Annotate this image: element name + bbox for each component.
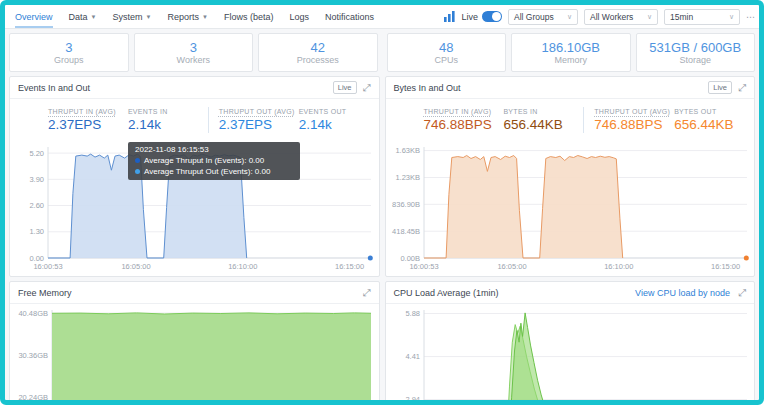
panels-row-2: Free Memory ⤢ 40.48GB30.36GB20.24GB CPU …	[5, 281, 759, 400]
svg-text:40.48GB: 40.48GB	[18, 309, 48, 318]
metric-label[interactable]: THRUPUT IN (AVG)	[424, 107, 504, 116]
svg-text:1.63KB: 1.63KB	[395, 146, 420, 155]
metric-value: 746.88BPS	[424, 116, 504, 133]
nav-tab-data[interactable]: Data ▼	[69, 5, 97, 28]
svg-text:836.90B: 836.90B	[392, 200, 420, 209]
svg-text:3.90: 3.90	[29, 175, 44, 184]
stat-card-processes[interactable]: 42 Processes	[258, 33, 378, 72]
metric-bytes-in: BYTES IN 656.44KB	[503, 107, 583, 133]
metric-value: 2.37EPS	[219, 116, 299, 133]
metric-label: BYTES IN	[503, 107, 583, 116]
metrics-divider	[583, 107, 584, 133]
free-memory-panel: Free Memory ⤢ 40.48GB30.36GB20.24GB	[9, 281, 380, 400]
more-options-icon[interactable]: ⋯	[746, 12, 755, 22]
bytes-metrics: THRUPUT IN (AVG) 746.88BPS BYTES IN 656.…	[386, 99, 755, 141]
metric-label[interactable]: THRUPUT IN (AVG)	[48, 107, 128, 116]
nav-tab-logs[interactable]: Logs	[289, 5, 309, 28]
svg-text:418.45B: 418.45B	[392, 227, 420, 236]
nav-label: Data	[69, 12, 88, 22]
bytes-chart-wrap: 1.63KB1.23KB836.90B418.45B0.00B16:00:531…	[386, 141, 755, 272]
events-live-button[interactable]: Live	[333, 81, 357, 94]
stat-label: Storage	[679, 55, 711, 66]
chevron-down-icon: ▼	[146, 14, 152, 20]
stat-value: 186.10GB	[541, 40, 600, 55]
svg-text:30.36GB: 30.36GB	[18, 351, 48, 360]
live-toggle-group: Live	[461, 11, 502, 22]
svg-text:5.20: 5.20	[29, 149, 44, 158]
stat-value: 531GB / 600GB	[649, 40, 741, 55]
live-toggle[interactable]	[482, 11, 502, 22]
svg-text:5.88: 5.88	[405, 309, 420, 318]
view-cpu-load-link[interactable]: View CPU load by node	[635, 288, 730, 298]
metric-events-in: EVENTS IN 2.14k	[128, 107, 208, 133]
nav-tab-notifications[interactable]: Notifications	[325, 5, 374, 28]
tooltip-timestamp: 2022-11-08 16:15:53	[135, 145, 293, 154]
stat-value: 3	[190, 40, 197, 55]
metric-value: 2.37EPS	[48, 116, 128, 133]
metrics-divider	[208, 107, 209, 133]
nav-label: System	[112, 12, 142, 22]
metric-value: 746.88BPS	[594, 116, 674, 133]
cpu-load-panel-header: CPU Load Average (1min) View CPU load by…	[386, 282, 755, 304]
panel-title: CPU Load Average (1min)	[394, 288, 499, 298]
svg-text:16:10:00: 16:10:00	[604, 262, 633, 271]
stats-row: 3 Groups 3 Workers 42 Processes 48 CPUs …	[5, 29, 759, 76]
nav-tab-system[interactable]: System ▼	[112, 5, 151, 28]
svg-text:16:00:53: 16:00:53	[33, 262, 62, 271]
metric-value: 2.14k	[128, 116, 208, 133]
events-metrics: THRUPUT IN (AVG) 2.37EPS EVENTS IN 2.14k…	[10, 99, 379, 141]
stat-card-storage[interactable]: 531GB / 600GB Storage	[636, 33, 756, 72]
stat-card-cpus[interactable]: 48 CPUs	[387, 33, 507, 72]
expand-icon[interactable]: ⤢	[738, 83, 746, 93]
top-nav: Overview Data ▼ System ▼ Reports ▼ Flows…	[5, 5, 759, 29]
metric-bytes-out: BYTES OUT 656.44KB	[674, 107, 754, 133]
free-memory-chart-wrap: 40.48GB30.36GB20.24GB	[10, 304, 379, 400]
stat-card-groups[interactable]: 3 Groups	[9, 33, 129, 72]
metric-thruput-in: THRUPUT IN (AVG) 746.88BPS	[424, 107, 504, 133]
chevron-down-icon: ∨	[567, 13, 572, 21]
tooltip-text: Average Thruput In (Events): 0.00	[144, 156, 264, 165]
bytes-panel: Bytes In and Out Live ⤢ THRUPUT IN (AVG)…	[385, 76, 756, 277]
nav-tab-reports[interactable]: Reports ▼	[167, 5, 207, 28]
cpu-load-chart-wrap: 5.884.412.94	[386, 304, 755, 400]
bytes-live-button[interactable]: Live	[708, 81, 732, 94]
svg-text:1.30: 1.30	[29, 227, 44, 236]
nav-label: Overview	[15, 12, 53, 22]
panel-title: Events In and Out	[18, 83, 90, 93]
workers-select[interactable]: All Workers ∨	[584, 9, 658, 25]
svg-text:16:15:00: 16:15:00	[710, 262, 739, 271]
stat-value: 48	[439, 40, 453, 55]
metric-label: BYTES OUT	[674, 107, 754, 116]
stat-label: CPUs	[434, 55, 458, 66]
free-memory-chart[interactable]: 40.48GB30.36GB20.24GB	[10, 304, 379, 400]
stat-value: 3	[65, 40, 72, 55]
metric-label[interactable]: THRUPUT OUT (AVG)	[219, 107, 299, 116]
tooltip-line: Average Thruput In (Events): 0.00	[135, 156, 293, 165]
expand-icon[interactable]: ⤢	[738, 288, 746, 298]
svg-text:16:05:00: 16:05:00	[121, 262, 150, 271]
events-chart-wrap: 5.203.902.601.300.0016:00:5316:05:0016:1…	[10, 141, 379, 272]
panels-row-1: Events In and Out Live ⤢ THRUPUT IN (AVG…	[5, 76, 759, 281]
expand-icon[interactable]: ⤢	[363, 288, 371, 298]
cpu-load-chart[interactable]: 5.884.412.94	[386, 304, 755, 400]
nav-tab-flows[interactable]: Flows (beta)	[224, 5, 274, 28]
groups-select[interactable]: All Groups ∨	[508, 9, 578, 25]
svg-text:20.24GB: 20.24GB	[18, 393, 48, 400]
timerange-select[interactable]: 15min ∨	[664, 9, 740, 25]
nav-tab-overview[interactable]: Overview	[15, 5, 53, 28]
svg-text:4.41: 4.41	[405, 352, 420, 361]
panel-title: Free Memory	[18, 288, 72, 298]
nav-label: Flows (beta)	[224, 12, 274, 22]
stat-card-memory[interactable]: 186.10GB Memory	[511, 33, 631, 72]
events-panel-header: Events In and Out Live ⤢	[10, 77, 379, 99]
metric-value: 656.44KB	[503, 116, 583, 133]
panel-title: Bytes In and Out	[394, 83, 461, 93]
bytes-chart[interactable]: 1.63KB1.23KB836.90B418.45B0.00B16:00:531…	[386, 141, 755, 272]
expand-icon[interactable]: ⤢	[363, 83, 371, 93]
groups-select-value: All Groups	[514, 12, 554, 22]
metric-label[interactable]: THRUPUT OUT (AVG)	[594, 107, 674, 116]
svg-text:1.23KB: 1.23KB	[395, 173, 420, 182]
stat-card-workers[interactable]: 3 Workers	[134, 33, 254, 72]
bar-chart-icon	[444, 11, 455, 22]
events-panel: Events In and Out Live ⤢ THRUPUT IN (AVG…	[9, 76, 380, 277]
